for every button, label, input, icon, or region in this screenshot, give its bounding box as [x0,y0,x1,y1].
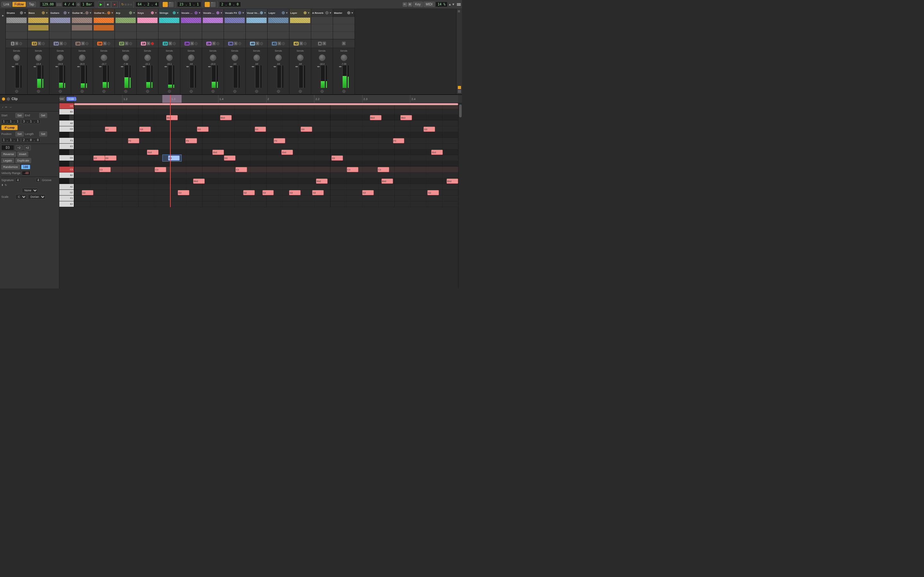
pencil-tool[interactable]: ✏ [5,106,7,109]
track-knob-9[interactable] [210,55,216,61]
hamburger-menu[interactable] [457,3,461,6]
tap-button[interactable]: Tap [27,2,36,7]
grid-note[interactable]: F3 [274,138,285,143]
track-arm-1[interactable] [42,42,45,45]
mix-btn-1[interactable] [458,86,461,89]
mixer-collapse[interactable]: ▼ [0,9,6,94]
track-arm-11[interactable] [260,42,263,45]
clip-4-1[interactable] [94,25,114,31]
track-vol-dn-2[interactable]: ▸ [57,65,58,68]
grid-note[interactable]: Bb3 [370,115,381,120]
track-fader-7[interactable] [168,65,172,88]
clip-4-0[interactable] [94,18,114,23]
clip-3-0[interactable] [72,18,92,23]
grid-note[interactable]: Eb3 [281,150,293,155]
legato-btn[interactable]: Legato [1,158,14,163]
track-menu-3[interactable]: ▼ [89,11,92,15]
piano-key-C4[interactable]: C4 [59,103,74,109]
track-knob-8[interactable] [188,55,194,61]
grid-note[interactable]: G3 [139,127,151,132]
piano-key-Bb2[interactable] [59,178,69,184]
track-solo-14[interactable]: S [322,42,326,45]
track-menu-12[interactable]: ▼ [286,11,288,15]
pos-value[interactable]: 1 . 1 . 1 [1,138,20,142]
grid-note[interactable]: D3 [331,155,343,161]
clip-1-1[interactable] [28,25,48,31]
track-slot-5-0[interactable] [115,17,136,24]
track-vol-dn-9[interactable]: ▸ [210,65,211,68]
track-vol-up-15[interactable]: ◂ [339,65,340,68]
track-knob-12[interactable] [275,55,282,61]
track-mono-0[interactable] [15,90,18,93]
grid-note[interactable]: D3 [224,155,236,161]
track-vol-dn-1[interactable]: ▸ [35,65,36,68]
track-slot-10-2[interactable] [224,32,246,39]
clip-11-0[interactable] [246,18,267,23]
track-vol-up-7[interactable]: ◂ [164,65,166,68]
track-solo-11[interactable]: S [256,42,259,45]
track-slot-15-0[interactable] [333,17,355,24]
grid-note[interactable]: G2 [82,190,94,195]
duplicate-btn[interactable]: Duplicate [15,158,31,163]
track-slot-7-0[interactable] [158,17,180,24]
clip-9-0[interactable] [203,18,223,23]
track-slot-13-0[interactable] [289,17,311,24]
clip-0-0[interactable] [6,18,27,23]
track-vol-up-5[interactable]: ◂ [121,65,122,68]
grid-note[interactable]: Eb3 [212,150,224,155]
track-menu-6[interactable]: ▼ [155,11,157,15]
track-arm-13[interactable] [304,42,307,45]
grid-note[interactable]: G2 [427,190,439,195]
track-knob-10[interactable] [232,55,238,61]
link-button[interactable]: Link [1,2,11,7]
track-slot-13-2[interactable] [289,32,311,39]
loop-icon[interactable]: ↻ [121,3,124,6]
time-sig-display[interactable]: 4 / 4 [62,2,76,7]
track-slot-10-0[interactable] [224,17,246,24]
track-fader-9[interactable] [212,65,216,88]
stop-button[interactable]: ■ [105,1,111,8]
start-set-btn[interactable]: Set [15,113,24,118]
sig-den[interactable]: 4 [36,178,40,182]
track-arm-5[interactable] [129,42,132,45]
pos2-display[interactable]: 23 . 1 . 1 [177,2,201,7]
track-knob-3[interactable] [79,55,86,61]
track-fader-6[interactable] [146,65,150,88]
grid-note[interactable]: G3 [255,127,266,132]
track-slot-6-1[interactable] [137,24,158,32]
track-slot-3-0[interactable] [71,17,93,24]
clip-6-0[interactable] [137,18,158,23]
grid-note[interactable]: G2 [289,190,300,195]
grid-note[interactable]: Bb2 [447,179,458,184]
piano-key-B2[interactable]: B2 [59,172,74,178]
grid-note[interactable]: Bb3 [220,115,232,120]
track-mono-11[interactable] [255,90,258,93]
track-slot-3-2[interactable] [71,32,93,39]
piano-key-Cs3[interactable] [59,161,69,167]
track-knob-2[interactable] [57,55,63,61]
track-fader-8[interactable] [190,65,194,88]
grid-note[interactable]: Bb2 [193,179,205,184]
piano-key-A2[interactable]: A2 [59,184,74,190]
track-fader-13[interactable] [299,65,303,88]
track-slot-9-2[interactable] [202,32,224,39]
piano-key-F3[interactable]: F3 [59,138,74,143]
grid-note[interactable]: Bb2 [381,179,393,184]
grid-note[interactable]: G2 [262,190,274,195]
div2-btn[interactable]: ÷2 [15,145,23,150]
track-mono-2[interactable] [59,90,62,93]
track-slot-11-1[interactable] [246,24,267,32]
track-arm-3[interactable] [86,42,89,45]
grid-note[interactable]: C3 [347,167,359,172]
len-value[interactable]: 2 . 0 . 0 [21,138,40,142]
track-vol-up-12[interactable]: ◂ [273,65,275,68]
scale-mode-select[interactable]: Dorian [28,194,45,199]
track-vol-dn-6[interactable]: ▸ [144,65,145,68]
track-solo-2[interactable]: S [59,42,63,45]
track-vol-dn-7[interactable]: ▸ [166,65,167,68]
grid-note[interactable]: Bb2 [316,179,328,184]
follow-button[interactable]: Follow [12,2,26,7]
mode-btn2[interactable]: ⌒ [210,2,216,7]
mode-btn1[interactable] [205,2,210,7]
track-menu-2[interactable]: ▼ [67,11,70,15]
